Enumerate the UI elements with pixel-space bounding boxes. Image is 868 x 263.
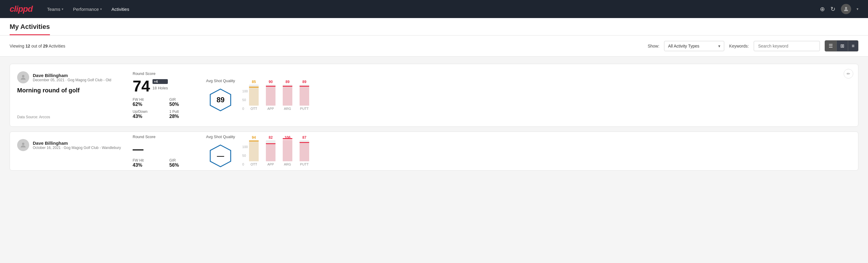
performance-chevron-icon: ▾ [100, 7, 102, 11]
bar-value-label: 90 [269, 80, 273, 84]
bar-chart: 85OTT90APP89ARG89PUTT [249, 80, 309, 111]
bar-inner [249, 88, 259, 106]
bar-inner [249, 141, 259, 161]
avatar [17, 71, 29, 83]
bar-label: OTT [251, 163, 257, 166]
score-value: — [133, 141, 144, 155]
activity-card: ✏ Dave Billingham December 05, 2021 · Go… [10, 64, 858, 127]
bar-label: ARG [284, 107, 291, 111]
bar-label: APP [268, 107, 274, 111]
avatar [17, 139, 29, 151]
bar-value-label: 89 [302, 80, 306, 84]
nav-teams[interactable]: Teams ▾ [47, 1, 63, 17]
filter-bar: Viewing 12 out of 29 Activities Show: Al… [0, 35, 868, 57]
bar-line [249, 141, 259, 141]
grid-view-button[interactable]: ⊞ [836, 40, 848, 51]
user-info: Dave Billingham October 16, 2021 · Gog M… [33, 141, 121, 150]
y-axis: 100 50 0 [242, 145, 249, 166]
navbar-right: ⊕ ↻ ▾ [820, 4, 858, 14]
bar-line [249, 87, 259, 88]
list-view-button[interactable]: ☰ [825, 40, 836, 51]
bar-outer [300, 140, 309, 161]
bar-inner [300, 143, 309, 161]
page-title: My Activities [10, 23, 50, 35]
bar-outer [249, 140, 259, 161]
card-quality: Avg Shot Quality — 100 50 0 94OTT82APP10… [206, 139, 851, 163]
compact-view-button[interactable]: ≡ [848, 40, 858, 51]
user-row: Dave Billingham October 16, 2021 · Gog M… [17, 139, 125, 151]
edit-button[interactable]: ✏ [844, 69, 853, 79]
search-wrap [754, 41, 820, 51]
bar-line [300, 142, 309, 143]
bar-group: 106ARG [283, 136, 292, 166]
keywords-label: Keywords: [729, 43, 749, 49]
search-input[interactable] [754, 41, 820, 51]
user-date: October 16, 2021 · Gog Magog Golf Club -… [33, 146, 121, 150]
avg-shot-quality-label: Avg Shot Quality [206, 135, 235, 139]
hexagon: — [209, 144, 232, 168]
bar-chart-wrap: 100 50 0 85OTT90APP89ARG89PUTT [242, 80, 851, 111]
bar-line [283, 86, 292, 87]
user-avatar[interactable] [841, 4, 851, 14]
user-info: Dave Billingham December 05, 2021 · Gog … [33, 73, 111, 82]
activity-type-chevron-icon: ▾ [718, 43, 720, 49]
gir-stat: GIR 56% [169, 158, 199, 168]
gir-stat: GIR 50% [169, 97, 199, 107]
activity-type-dropdown[interactable]: All Activity Types ▾ [664, 41, 724, 51]
bar-group: 89ARG [283, 80, 292, 111]
holes-label: 18 Holes [153, 86, 168, 90]
card-left: Dave Billingham October 16, 2021 · Gog M… [17, 139, 125, 163]
card-left: Dave Billingham December 05, 2021 · Gog … [17, 71, 125, 119]
bar-outer [266, 85, 276, 106]
bar-value-label: 82 [269, 136, 273, 140]
bar-outer [300, 85, 309, 106]
user-menu-chevron-icon[interactable]: ▾ [857, 7, 858, 11]
fw-hit-stat: FW Hit 43% [133, 158, 162, 168]
bar-label: ARG [284, 163, 291, 166]
page-header: My Activities [0, 18, 868, 35]
bar-line [266, 86, 276, 87]
bar-line [300, 86, 309, 87]
nav-performance[interactable]: Performance ▾ [73, 1, 102, 17]
bar-value-label: 89 [285, 80, 289, 84]
bar-inner [283, 87, 292, 105]
refresh-icon[interactable]: ↻ [830, 5, 836, 12]
avg-shot-quality-value: 89 [217, 96, 225, 104]
score-value: 74 [133, 78, 150, 94]
card-stats: Round Score 74 +4 18 Holes FW Hit 62% GI… [133, 71, 199, 119]
nav-activities[interactable]: Activities [112, 1, 129, 17]
bar-label: PUTT [300, 107, 309, 111]
round-score-row: 74 +4 18 Holes [133, 78, 199, 94]
view-toggle: ☰ ⊞ ≡ [825, 40, 858, 52]
user-date: December 05, 2021 · Gog Magog Golf Club … [33, 78, 111, 82]
bar-outer [283, 140, 292, 161]
bar-group: 85OTT [249, 80, 259, 111]
hexagon: 89 [209, 88, 232, 112]
activities-list: ✏ Dave Billingham December 05, 2021 · Go… [0, 57, 868, 178]
card-stats: Round Score — FW Hit 43% GIR 56% [133, 139, 199, 163]
brand-logo[interactable]: clippd [10, 4, 32, 14]
svg-point-1 [22, 75, 24, 77]
round-score-row: — [133, 141, 199, 155]
round-score-label: Round Score [133, 135, 199, 139]
mini-stats: FW Hit 43% GIR 56% [133, 158, 199, 168]
bar-group: 94OTT [249, 136, 259, 166]
bar-value-label: 87 [302, 136, 306, 140]
bar-line [283, 138, 292, 139]
svg-point-0 [845, 7, 847, 9]
data-source: Data Source: Arccos [17, 115, 125, 119]
bar-label: OTT [251, 107, 257, 111]
bar-group: 82APP [266, 136, 276, 166]
avg-shot-quality-value: — [217, 152, 224, 160]
svg-point-3 [22, 143, 24, 145]
bar-outer [249, 85, 259, 106]
add-icon[interactable]: ⊕ [820, 5, 825, 12]
hexagon-wrap: Avg Shot Quality — [206, 135, 235, 168]
avg-shot-quality-label: Avg Shot Quality [206, 79, 235, 83]
updown-stat: Up/Down 43% [133, 110, 162, 119]
activity-card: Dave Billingham October 16, 2021 · Gog M… [10, 132, 858, 171]
bar-chart-wrap: 100 50 0 94OTT82APP106ARG87PUTT [242, 136, 851, 166]
bar-group: 89PUTT [300, 80, 309, 111]
card-quality: Avg Shot Quality 89 100 50 0 85OTT90APP8… [206, 71, 851, 119]
activity-title: Morning round of golf [17, 87, 125, 94]
